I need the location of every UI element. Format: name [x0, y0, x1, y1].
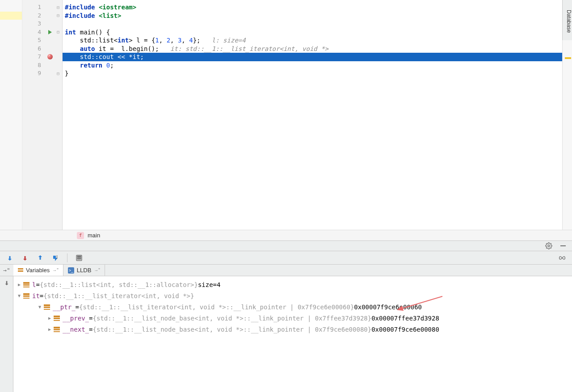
variable-row-next[interactable]: ▶ __next_ = {std::__1::__list_node_base<…: [13, 324, 572, 335]
step-out-button[interactable]: [37, 254, 44, 261]
database-tool-window-tab[interactable]: Database: [562, 0, 572, 40]
run-icon[interactable]: [48, 30, 52, 34]
step-into-button[interactable]: [21, 254, 29, 261]
variables-side-toolbar[interactable]: [0, 276, 13, 392]
breadcrumb-function-name: main: [88, 232, 100, 239]
svg-rect-2: [57, 255, 57, 259]
variables-panel: ▶ l = {std::__1::list<int, std::__1::all…: [0, 276, 572, 392]
code-text[interactable]: #include <iostream> #include <list> int …: [63, 0, 562, 230]
svg-point-0: [548, 245, 550, 247]
line-number-gutter[interactable]: 1 2 3 4 5 6 7 8 9: [22, 0, 44, 230]
variable-row-prev[interactable]: ▶ __prev_ = {std::__1::__list_node_base<…: [13, 312, 572, 324]
pin-icon: →": [52, 268, 59, 273]
variables-icon: [18, 268, 23, 273]
pin-icon: →": [94, 268, 100, 273]
tabs-left-tool[interactable]: →": [0, 265, 13, 276]
chevron-right-icon[interactable]: ▶: [46, 316, 53, 320]
evaluate-expression-button[interactable]: [76, 254, 83, 261]
step-over-button[interactable]: [6, 254, 13, 261]
chevron-down-icon[interactable]: ▼: [37, 304, 43, 309]
svg-line-8: [398, 296, 442, 310]
current-execution-line: std::cout << *it;: [63, 53, 562, 61]
variable-row-it[interactable]: ▼ it = {std::__1::__list_iterator<int, v…: [13, 290, 572, 301]
down-arrow-icon[interactable]: [4, 280, 10, 286]
chevron-right-icon[interactable]: ▶: [16, 282, 22, 287]
variable-row-l[interactable]: ▶ l = {std::__1::list<int, std::__1::all…: [13, 279, 572, 290]
fold-gutter[interactable]: ⊟ ⊟ ⊟ ⊟: [56, 0, 63, 230]
struct-icon: [54, 316, 60, 321]
tab-lldb[interactable]: >_ LLDB →": [63, 265, 105, 276]
left-margin: [0, 0, 22, 230]
debug-tabs: →" Variables →" >_ LLDB →": [0, 265, 572, 276]
marker-gutter[interactable]: [44, 0, 56, 230]
variables-tree[interactable]: ▶ l = {std::__1::list<int, std::__1::all…: [13, 276, 572, 392]
minimize-icon[interactable]: [559, 242, 567, 249]
tool-window-titlebar: [0, 240, 572, 251]
debug-stepping-toolbar: [0, 251, 572, 265]
struct-icon: [23, 282, 29, 287]
svg-rect-5: [77, 258, 78, 259]
struct-icon: [54, 327, 60, 332]
svg-rect-4: [77, 256, 81, 257]
svg-rect-1: [560, 245, 566, 246]
chevron-down-icon[interactable]: ▼: [16, 293, 22, 298]
run-to-cursor-button[interactable]: [52, 254, 59, 261]
breakpoint-icon[interactable]: [47, 54, 53, 59]
annotation-arrow: [393, 294, 447, 316]
variable-row-ptr[interactable]: ▼ __ptr_ = {std::__1::__list_iterator<in…: [13, 301, 572, 312]
infinity-icon[interactable]: [559, 254, 566, 261]
struct-icon: [23, 293, 29, 299]
tab-variables[interactable]: Variables →": [13, 265, 63, 276]
terminal-icon: >_: [68, 267, 74, 274]
warning-marker[interactable]: [565, 57, 571, 59]
chevron-right-icon[interactable]: ▶: [46, 327, 53, 332]
function-icon: f: [77, 232, 84, 239]
breadcrumb-bar[interactable]: f main: [0, 230, 572, 240]
gear-icon[interactable]: [545, 242, 552, 249]
svg-rect-7: [80, 258, 81, 259]
struct-icon: [44, 304, 50, 310]
editor-area: 1 2 3 4 5 6 7 8 9 ⊟ ⊟ ⊟ ⊟ #include <iost…: [0, 0, 572, 230]
svg-rect-6: [79, 258, 80, 259]
